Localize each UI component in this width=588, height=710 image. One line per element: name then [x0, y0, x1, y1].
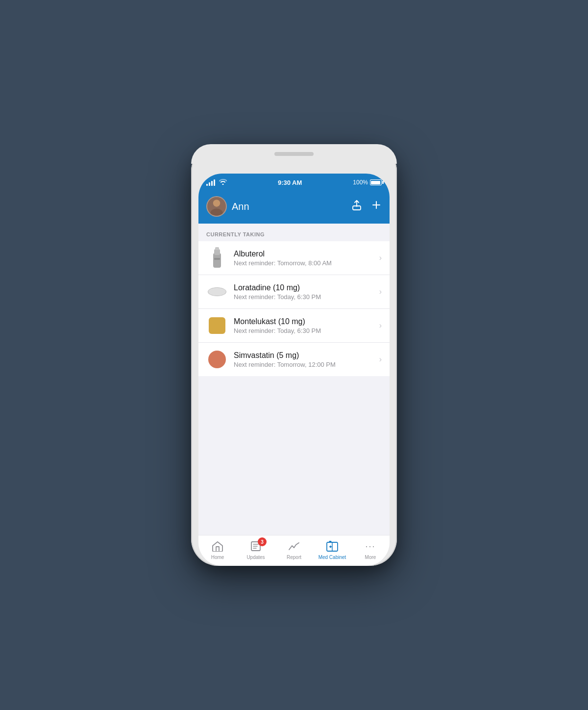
med-item-simvastatin[interactable]: Simvastatin (5 mg) Next reminder: Tomorr…	[198, 343, 390, 376]
med-info-simvastatin: Simvastatin (5 mg) Next reminder: Tomorr…	[234, 351, 375, 368]
header-actions	[351, 200, 382, 213]
oval-pill-icon	[208, 287, 226, 296]
med-icon-simvastatin	[206, 349, 228, 370]
more-dots-icon: ···	[365, 542, 375, 551]
chevron-albuterol: ›	[379, 254, 382, 262]
signal-bar-2	[209, 182, 210, 186]
home-icon-wrap	[210, 539, 225, 553]
med-info-loratadine: Loratadine (10 mg) Next reminder: Today,…	[234, 283, 375, 301]
nav-label-med-cabinet: Med Cabinet	[318, 555, 346, 560]
battery-fill	[371, 181, 380, 184]
section-header: CURRENTLY TAKING	[198, 224, 390, 241]
signal-bars	[206, 179, 215, 186]
more-icon-wrap: ···	[363, 539, 378, 553]
med-icon-loratadine	[206, 281, 228, 303]
nav-label-more: More	[365, 555, 376, 560]
phone-frame: 9:30 AM 100% Ann	[191, 144, 397, 566]
nav-item-updates[interactable]: 3 Updates	[241, 539, 270, 560]
med-info-albuterol: Albuterol Next reminder: Tomorrow, 8:00 …	[234, 250, 375, 267]
med-name-simvastatin: Simvastatin (5 mg)	[234, 351, 375, 360]
med-name-montelukast: Montelukast (10 mg)	[234, 317, 375, 326]
report-icon-wrap	[286, 539, 302, 553]
med-cabinet-icon	[326, 540, 339, 552]
nav-label-home: Home	[211, 555, 224, 560]
med-item-montelukast[interactable]: Montelukast (10 mg) Next reminder: Today…	[198, 309, 390, 343]
med-name-albuterol: Albuterol	[234, 250, 375, 258]
med-cabinet-icon-wrap	[324, 539, 340, 553]
med-reminder-simvastatin: Next reminder: Tomorrow, 12:00 PM	[234, 361, 375, 368]
header-left: Ann	[206, 196, 249, 217]
nav-label-report: Report	[287, 555, 301, 560]
med-info-montelukast: Montelukast (10 mg) Next reminder: Today…	[234, 317, 375, 334]
med-icon-albuterol	[206, 247, 228, 269]
header-user-name: Ann	[232, 201, 249, 212]
svg-rect-9	[214, 258, 220, 260]
med-item-albuterol[interactable]: Albuterol Next reminder: Tomorrow, 8:00 …	[198, 241, 390, 275]
med-reminder-montelukast: Next reminder: Today, 6:30 PM	[234, 327, 375, 334]
app-header: Ann	[198, 191, 390, 224]
nav-label-updates: Updates	[246, 555, 265, 560]
inhaler-icon	[210, 247, 224, 269]
speaker	[274, 152, 314, 156]
add-button[interactable]	[371, 200, 382, 213]
signal-bar-1	[206, 184, 208, 186]
status-right: 100%	[353, 179, 382, 186]
med-name-loratadine: Loratadine (10 mg)	[234, 283, 375, 292]
round-pill-icon	[208, 351, 226, 368]
home-icon	[212, 541, 223, 552]
bottom-nav: Home 3 Updates	[198, 535, 390, 566]
empty-content-area	[198, 376, 390, 535]
avatar	[206, 196, 227, 217]
med-item-loratadine[interactable]: Loratadine (10 mg) Next reminder: Today,…	[198, 275, 390, 309]
report-icon	[288, 541, 300, 552]
svg-rect-6	[213, 253, 221, 268]
nav-item-more[interactable]: ··· More	[356, 539, 385, 560]
status-left	[206, 178, 227, 186]
battery-pct: 100%	[353, 179, 368, 186]
chevron-simvastatin: ›	[379, 355, 382, 364]
phone-screen: 9:30 AM 100% Ann	[198, 174, 390, 566]
med-icon-montelukast	[206, 315, 228, 336]
nav-item-report[interactable]: Report	[279, 539, 309, 560]
square-pill-icon	[209, 317, 225, 334]
status-bar: 9:30 AM 100%	[198, 174, 390, 191]
medication-list: Albuterol Next reminder: Tomorrow, 8:00 …	[198, 241, 390, 376]
med-reminder-loratadine: Next reminder: Today, 6:30 PM	[234, 293, 375, 301]
svg-point-1	[213, 200, 220, 206]
svg-rect-8	[215, 247, 219, 250]
status-time: 9:30 AM	[278, 179, 302, 186]
updates-badge: 3	[258, 537, 267, 546]
chevron-loratadine: ›	[379, 287, 382, 296]
share-button[interactable]	[351, 200, 362, 213]
phone-top-bar	[191, 144, 397, 164]
nav-item-med-cabinet[interactable]: Med Cabinet	[318, 539, 347, 560]
content-area: CURRENTLY TAKING Albuterol Nex	[198, 224, 390, 535]
signal-bar-4	[214, 179, 215, 186]
signal-bar-3	[211, 181, 213, 186]
wifi-icon	[219, 178, 227, 186]
nav-item-home[interactable]: Home	[203, 539, 232, 560]
chevron-montelukast: ›	[379, 321, 382, 330]
battery-icon	[370, 179, 382, 185]
med-reminder-albuterol: Next reminder: Tomorrow, 8:00 AM	[234, 259, 375, 267]
avatar-svg	[207, 196, 226, 216]
updates-icon-wrap: 3	[248, 539, 264, 553]
